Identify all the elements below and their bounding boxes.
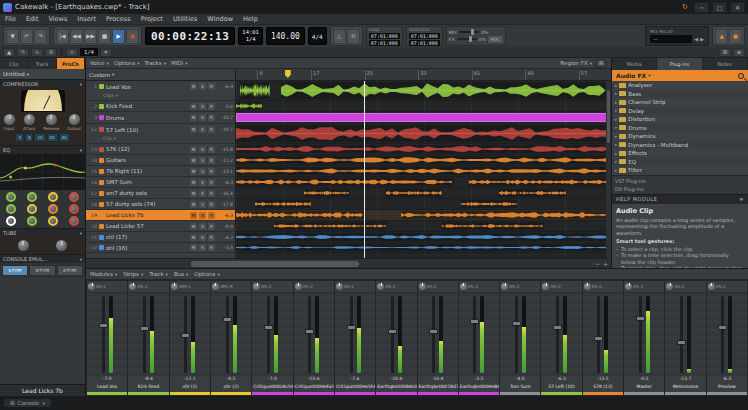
eq-band-knob[interactable] [48, 204, 58, 214]
zoom-in-icon[interactable]: + [603, 260, 608, 267]
output-knob[interactable] [69, 114, 80, 125]
clip-lane[interactable] [236, 112, 611, 124]
ratio-button-8[interactable]: 8 [25, 133, 34, 142]
close-button[interactable]: ✕ [730, 2, 745, 13]
rewind-button[interactable]: ◀◀ [70, 29, 83, 44]
pan-knob[interactable] [708, 283, 715, 290]
audio-clip[interactable] [386, 189, 442, 197]
marker-flag[interactable] [285, 70, 291, 78]
track-row[interactable]: 17sm7 durty soloMSR-16.4 [86, 188, 235, 199]
redo-icon[interactable]: ↷ [34, 29, 47, 44]
attack-knob[interactable] [24, 114, 35, 125]
vertical-scrollbar[interactable] [606, 81, 611, 258]
fader-track[interactable] [597, 296, 600, 373]
mute-button[interactable]: M [190, 190, 197, 197]
audio-clip[interactable] [255, 200, 311, 208]
mute-button[interactable]: M [190, 114, 197, 121]
erase-tool-icon[interactable]: ⊘ [45, 48, 57, 57]
loop-end-time[interactable]: 07:01:000 [369, 40, 400, 46]
loop-start-time[interactable]: 07:01:000 [369, 33, 400, 39]
audio-clip[interactable] [442, 222, 543, 230]
fader-track[interactable] [391, 296, 394, 373]
arm-button[interactable]: R [208, 157, 215, 164]
pan-knob[interactable] [336, 283, 343, 290]
browser-tab-plugins[interactable]: Plug-ins [657, 58, 702, 70]
search-icon[interactable] [738, 73, 744, 79]
menu-process[interactable]: Process [101, 15, 136, 23]
fader-thumb[interactable] [512, 321, 521, 326]
channel-strip[interactable]: 0% C-7.0Lead Vox [87, 281, 127, 395]
eq-band-knob[interactable] [69, 192, 79, 202]
recall-next-icon[interactable]: ▶ [700, 36, 704, 42]
fader-track[interactable] [143, 296, 146, 373]
plugin-folder[interactable]: ▸Analyser [612, 81, 748, 90]
pan-knob[interactable] [295, 283, 302, 290]
clip-lane[interactable] [236, 243, 611, 253]
horizontal-scrollbar[interactable]: − + [86, 258, 611, 268]
mute-button[interactable]: M [190, 179, 197, 186]
eq-band-knob[interactable] [48, 192, 58, 202]
arm-button[interactable]: R [208, 212, 215, 219]
solo-button[interactable]: S [199, 212, 206, 219]
go-to-start-button[interactable]: |◀ [56, 29, 69, 44]
channel-strip[interactable]: 0% C-10.6Critique000HsFa1 [294, 281, 334, 395]
fader-track[interactable] [350, 296, 353, 373]
pdc-button[interactable]: PDC [488, 36, 503, 43]
arm-button[interactable]: R [208, 146, 215, 153]
fader-thumb[interactable] [553, 325, 562, 330]
plugin-folder[interactable]: ▸Channel Strip [612, 98, 748, 107]
pan-knob[interactable] [419, 283, 426, 290]
solo-button[interactable]: S [199, 244, 206, 251]
ratio-button-12[interactable]: 12 [34, 133, 45, 142]
arm-button[interactable]: R [208, 223, 215, 230]
console-menu-track[interactable]: Track▾ [149, 271, 168, 277]
prochannel-preset[interactable]: Untitled ▾ [0, 69, 85, 79]
eq-band-knob[interactable] [6, 204, 16, 214]
fader-thumb[interactable] [347, 325, 356, 330]
solo-button[interactable]: S [199, 83, 206, 90]
arm-button[interactable]: R [208, 244, 215, 251]
fader-thumb[interactable] [140, 326, 149, 331]
plugin-folder[interactable]: ▸Distortion [612, 115, 748, 124]
arm-button[interactable]: R [208, 114, 215, 121]
plugin-folder[interactable]: ▸EQ [612, 158, 748, 167]
fx-slider[interactable] [457, 38, 477, 40]
channel-strip[interactable]: 0% C-7.0Critique000UAch8 [252, 281, 292, 395]
eq-band-knob[interactable] [27, 216, 37, 226]
recall-prev-icon[interactable]: ◀ [694, 36, 698, 42]
audio-clip[interactable] [236, 113, 611, 122]
selection-start-time[interactable]: 07:01:000 [409, 33, 440, 39]
release-knob[interactable] [46, 114, 57, 125]
channel-strip[interactable]: 35% R-0.5ohr (2) [211, 281, 251, 395]
console-type-s-type[interactable]: S-TYPE [2, 265, 28, 276]
fader-thumb[interactable] [429, 329, 438, 334]
list-icon[interactable]: ≡ [733, 48, 745, 57]
console-dock-tab[interactable]: ⊞ Console ▾ [4, 399, 51, 407]
audio-clip[interactable] [401, 211, 611, 219]
mute-button[interactable]: M [190, 83, 197, 90]
channel-strip[interactable]: 0% C-6.3Preview [707, 281, 747, 395]
fader-track[interactable] [639, 296, 642, 373]
help-module-header[interactable]: HELP MODULE ≡ [612, 194, 748, 204]
plugin-folder[interactable]: ▸Bass [612, 90, 748, 99]
clip-lane[interactable] [236, 81, 611, 101]
plugin-folder[interactable]: ▸Drums [612, 124, 748, 133]
channel-strip[interactable]: 0% C-0.5Master [624, 281, 664, 395]
tube-drive-knob[interactable] [18, 240, 29, 251]
clip-lane[interactable] [236, 144, 611, 155]
grid-icon[interactable]: ⊞ [719, 48, 731, 57]
solo-button[interactable]: S [199, 114, 206, 121]
horizontal-scroll-thumb[interactable] [191, 261, 359, 267]
clips-dropdown[interactable]: Clip▾ [88, 135, 233, 143]
channel-strip[interactable]: 0% C-10.4Earthqke0007Ad7 [418, 281, 458, 395]
mute-button[interactable]: M [190, 244, 197, 251]
compressor-header[interactable]: COMPRESSOR ▾ [0, 79, 85, 88]
fader-track[interactable] [473, 296, 476, 373]
pan-knob[interactable] [253, 283, 260, 290]
fader-track[interactable] [184, 296, 187, 373]
pan-knob[interactable] [584, 283, 591, 290]
selection-end-time[interactable]: 07:01:000 [409, 40, 440, 46]
tempo-display[interactable]: 140.00 [266, 27, 305, 45]
fast-forward-button[interactable]: ▶▶ [84, 29, 97, 44]
arm-button[interactable]: R [208, 168, 215, 175]
